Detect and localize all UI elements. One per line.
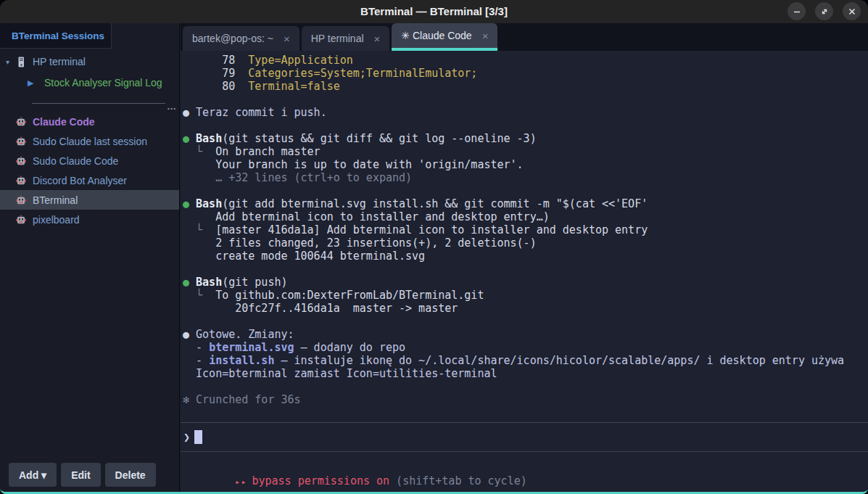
terminal-line: 79 Categories=System;TerminalEmulator; xyxy=(183,67,868,80)
tab-close-icon[interactable]: × xyxy=(482,30,489,41)
text-segment: On branch master xyxy=(215,145,321,158)
terminal-line: create mode 100644 bterminal.svg xyxy=(183,250,868,263)
tree-item-label: Stock Analyser Signal Log xyxy=(44,77,162,88)
text-segment: ● xyxy=(183,276,196,289)
terminal-pane[interactable]: 78 Type=Application 79 Categories=System… xyxy=(181,51,868,492)
text-segment: Type=Application xyxy=(248,54,353,67)
delete-button[interactable]: Delete xyxy=(105,463,156,487)
text-segment: - xyxy=(183,341,209,354)
sidebar-divider: … xyxy=(32,99,178,107)
terminal-line: Add bterminal icon to installer and desk… xyxy=(183,210,868,223)
terminal-line: 80 Terminal=false xyxy=(183,80,868,93)
sessions-sidebar: BTerminal Sessions ▾ HP terminal ▶ Stock… xyxy=(0,23,180,492)
text-segment: ● xyxy=(183,197,196,210)
sidebar-item-label: Sudo Claude last session xyxy=(33,136,147,147)
text-segment: Gotowe. Zmiany: xyxy=(196,328,294,341)
sidebar-item-pixelboard[interactable]: pixelboard xyxy=(0,210,179,229)
text-segment: - xyxy=(183,354,209,367)
text-segment: (git add bterminal.svg install.sh && git… xyxy=(222,197,648,210)
terminal-line: Icon=bterminal zamiast Icon=utilities-te… xyxy=(183,367,868,380)
robot-icon xyxy=(16,117,26,127)
chevron-down-icon[interactable]: ▾ xyxy=(6,58,17,66)
terminal-line: └ On branch master xyxy=(183,145,868,158)
terminal-line: … +32 lines (ctrl+o to expand) xyxy=(183,171,868,184)
sidebar-button-row: Add ▾EditDelete xyxy=(9,463,156,487)
minimize-icon xyxy=(793,7,801,16)
terminal-line: └ [master 416da1a] Add bterminal icon to… xyxy=(183,223,868,236)
text-segment: Bash xyxy=(196,197,222,210)
text-segment xyxy=(183,171,215,184)
sidebar-item-claude-code[interactable]: Claude Code xyxy=(0,112,179,131)
computer-icon xyxy=(17,57,25,67)
terminal-line: ● Gotowe. Zmiany: xyxy=(183,328,868,341)
permissions-mode-label: bypass permissions on xyxy=(252,474,389,487)
robot-icon xyxy=(16,156,26,166)
sidebar-item-label: Sudo Claude Code xyxy=(33,155,118,167)
window-title: BTerminal — BTerminal [3/3] xyxy=(0,0,868,23)
tab-close-icon[interactable]: × xyxy=(284,33,290,44)
terminal-line: ● Bash(git push) xyxy=(183,276,868,289)
sidebar-item-label: BTerminal xyxy=(33,194,78,206)
text-segment: 20fc27f..416da1a master -> master xyxy=(183,302,458,315)
tab-hp-terminal[interactable]: HP terminal× xyxy=(302,26,390,51)
tab-label: HP terminal xyxy=(311,33,364,44)
terminal-line xyxy=(183,184,868,197)
text-segment: Add bterminal icon to installer and desk… xyxy=(183,210,550,223)
session-list: Claude CodeSudo Claude last sessionSudo … xyxy=(0,112,179,229)
app-window: BTerminal — BTerminal [3/3] xyxy=(0,0,868,494)
sidebar-item-discord-bot-analyser[interactable]: Discord Bot Analyser xyxy=(0,170,179,190)
close-button[interactable] xyxy=(843,2,861,20)
text-segment: Terminal=false xyxy=(248,80,339,93)
terminal-line xyxy=(183,263,868,276)
terminal-line xyxy=(183,315,868,328)
text-segment: (git status && git diff && git log --one… xyxy=(222,132,536,145)
maximize-button[interactable] xyxy=(815,2,833,20)
text-segment: (git push) xyxy=(222,276,287,289)
text-segment: Categories=System;TerminalEmulator; xyxy=(248,67,477,80)
ellipsis-icon[interactable]: … xyxy=(167,101,178,112)
sidebar-header: BTerminal Sessions xyxy=(0,23,112,49)
tree-item-label: HP terminal xyxy=(33,56,86,67)
terminal-line: ● Bash(git status && git diff && git log… xyxy=(183,132,868,145)
tab-claude-code[interactable]: ✳ Claude Code× xyxy=(392,23,497,51)
text-segment: [master 416da1a] Add bterminal icon to i… xyxy=(215,223,648,236)
add-button[interactable]: Add ▾ xyxy=(9,463,57,487)
title-bar[interactable]: BTerminal — BTerminal [3/3] xyxy=(0,0,868,23)
text-segment: — dodany do repo xyxy=(294,341,406,354)
text-segment: ✻ Crunched for 36s xyxy=(183,393,301,406)
terminal-line: 20fc27f..416da1a master -> master xyxy=(183,302,868,315)
sidebar-item-sudo-claude-last-session[interactable]: Sudo Claude last session xyxy=(0,131,179,151)
text-segment: Icon=bterminal zamiast Icon=utilities-te… xyxy=(183,367,497,380)
tree-item-stock-analyser-signal-log[interactable]: ▶ Stock Analyser Signal Log xyxy=(0,73,179,93)
text-segment: Your branch is up to date with 'origin/m… xyxy=(183,158,524,171)
terminal-line: ● Teraz commit i push. xyxy=(183,106,868,119)
text-cursor xyxy=(194,430,202,444)
sidebar-item-label: pixelboard xyxy=(33,214,80,226)
terminal-line: - bterminal.svg — dodany do repo xyxy=(183,341,868,354)
terminal-line: ● Bash(git add bterminal.svg install.sh … xyxy=(183,197,868,210)
tab-bartek-pop-os[interactable]: bartek@pop-os: ~× xyxy=(183,26,299,51)
sidebar-item-label: Discord Bot Analyser xyxy=(33,175,127,186)
tab-bar: bartek@pop-os: ~×HP terminal×✳ Claude Co… xyxy=(181,23,868,51)
tab-label: bartek@pop-os: ~ xyxy=(192,33,273,44)
robot-icon xyxy=(16,195,26,205)
tab-close-icon[interactable]: × xyxy=(374,33,381,44)
terminal-line xyxy=(183,93,868,106)
terminal-line xyxy=(183,119,868,132)
tree-item-hp-terminal[interactable]: ▾ HP terminal xyxy=(0,52,179,72)
cycle-hint: (shift+tab to cycle) xyxy=(389,474,527,487)
sidebar-item-sudo-claude-code[interactable]: Sudo Claude Code xyxy=(0,151,179,170)
text-segment: — instaluje ikonę do ~/.local/share/icon… xyxy=(274,354,844,367)
minimize-button[interactable] xyxy=(788,2,806,20)
status-bar: ▸▸bypass permissions on (shift+tab to cy… xyxy=(181,457,868,473)
text-segment: bterminal.svg xyxy=(209,341,294,354)
sidebar-item-bterminal[interactable]: BTerminal xyxy=(0,190,179,210)
maximize-icon xyxy=(820,7,829,16)
text-segment: install.sh xyxy=(209,354,274,367)
prompt-chevron: ❯ xyxy=(183,431,190,444)
prompt-input[interactable]: ❯ xyxy=(181,422,868,452)
text-segment: ● xyxy=(183,328,196,341)
play-icon[interactable]: ▶ xyxy=(28,78,44,88)
text-segment: └ xyxy=(183,145,215,158)
edit-button[interactable]: Edit xyxy=(61,463,100,487)
